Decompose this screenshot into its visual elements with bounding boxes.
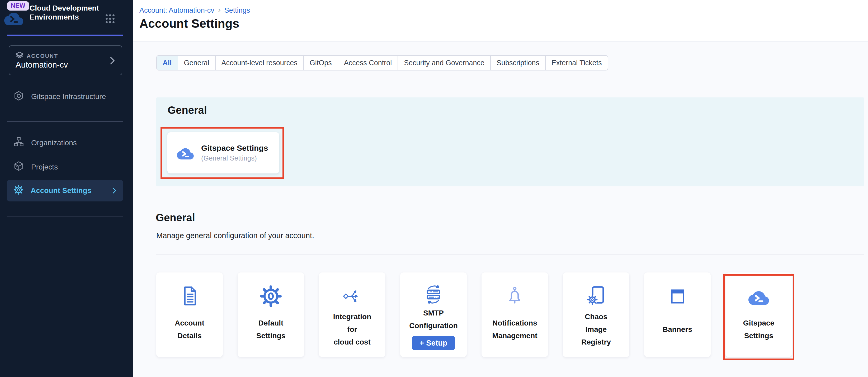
sidebar: NEW Cloud Development Environments (0, 0, 133, 377)
general-highlight-section: General Gitspace Settings (General Setti… (156, 97, 864, 186)
main-content: Account: Automation-cv › Settings Accoun… (133, 0, 868, 377)
tab-gitops[interactable]: GitOps (303, 56, 338, 70)
sidebar-accent-underline (7, 35, 123, 36)
general-section-heading: General (156, 212, 195, 224)
org-hierarchy-icon (13, 136, 24, 150)
sidebar-item-projects[interactable]: Projects (7, 156, 123, 178)
cloud-dev-environments-app: NEW Cloud Development Environments (0, 0, 868, 377)
banners-card[interactable]: Banners (644, 273, 711, 357)
tab-subscriptions[interactable]: Subscriptions (490, 56, 545, 70)
sidebar-item-label: Gitspace Infrastructure (31, 92, 106, 101)
account-details-card[interactable]: Account Details (156, 273, 223, 357)
breadcrumb-account-link[interactable]: Account: Automation-cv (140, 6, 214, 14)
feature-card-title: Gitspace Settings (201, 144, 268, 153)
card-label: Gitspace Settings (743, 317, 774, 342)
hexagon-node-icon (13, 90, 24, 103)
branch-arrows-icon (341, 283, 364, 309)
sidebar-divider (7, 216, 123, 217)
chevron-right-icon (112, 187, 117, 194)
card-label: Default Settings (256, 317, 285, 342)
account-name: Automation-cv (16, 60, 68, 70)
breadcrumb-settings-link[interactable]: Settings (224, 6, 250, 14)
tab-security-and-governance[interactable]: Security and Governance (398, 56, 490, 70)
tab-account-level-resources[interactable]: Account-level resources (215, 56, 303, 70)
sidebar-item-account-settings[interactable]: Account Settings (7, 180, 123, 201)
cloud-terminal-icon (177, 146, 194, 160)
gitspace-settings-feature-card[interactable]: Gitspace Settings (General Settings) (167, 132, 279, 174)
default-settings-card[interactable]: Default Settings (238, 273, 304, 357)
card-label: Integration for cloud cost (333, 311, 371, 348)
sidebar-item-label: Projects (31, 163, 58, 171)
feature-card-subtitle: (General Settings) (201, 154, 268, 162)
document-icon (178, 283, 201, 309)
settings-cards-row: Account Details Default Settings (156, 273, 792, 357)
integration-cloud-cost-card[interactable]: Integration for cloud cost (319, 273, 385, 357)
page-header: Account: Automation-cv › Settings Accoun… (133, 0, 868, 41)
card-label: Notifications Management (492, 317, 537, 342)
breadcrumb: Account: Automation-cv › Settings (140, 6, 250, 15)
settings-tabbar: All General Account-level resources GitO… (156, 55, 608, 70)
tab-external-tickets[interactable]: External Tickets (545, 56, 608, 70)
gear-icon (13, 185, 24, 197)
general-section-description: Manage general configuration of your acc… (156, 231, 314, 240)
layers-icon (16, 52, 24, 60)
sidebar-item-organizations[interactable]: Organizations (7, 132, 123, 154)
new-badge: NEW (7, 1, 29, 10)
account-selector[interactable]: ACCOUNT Automation-cv (9, 45, 122, 75)
mail-server-sync-icon (422, 283, 445, 307)
card-label: Chaos Image Registry (581, 311, 611, 348)
smtp-setup-button[interactable]: + Setup (412, 336, 455, 350)
chaos-image-registry-card[interactable]: Chaos Image Registry (563, 273, 629, 357)
chevron-separator-icon: › (218, 6, 221, 15)
cube-icon (13, 161, 24, 174)
gear-icon (259, 283, 283, 309)
image-registry-gear-icon (584, 283, 608, 309)
gitspace-settings-card[interactable]: Gitspace Settings (725, 273, 792, 357)
sidebar-item-gitspace-infrastructure[interactable]: Gitspace Infrastructure (7, 86, 123, 107)
product-title: Cloud Development Environments (30, 4, 101, 22)
notifications-management-card[interactable]: Notifications Management (482, 273, 548, 357)
account-scope-label: ACCOUNT (27, 53, 58, 59)
page-title: Account Settings (140, 17, 239, 31)
smtp-configuration-card[interactable]: SMTP Configuration + Setup (400, 273, 467, 357)
card-label: Account Details (175, 317, 204, 342)
sidebar-item-label: Account Settings (31, 186, 91, 195)
tab-access-control[interactable]: Access Control (338, 56, 398, 70)
card-label: SMTP Configuration (409, 307, 458, 332)
tab-all[interactable]: All (157, 56, 178, 70)
bell-icon (503, 283, 526, 309)
chevron-right-icon (110, 56, 115, 66)
band-section-heading: General (167, 104, 207, 116)
card-label: Banners (662, 323, 692, 336)
tab-general[interactable]: General (178, 56, 215, 70)
cloud-terminal-icon (748, 283, 769, 309)
sidebar-divider (7, 121, 123, 122)
section-divider (156, 254, 864, 255)
banner-window-icon (666, 283, 689, 309)
app-grid-icon[interactable] (105, 14, 115, 25)
sidebar-item-label: Organizations (31, 138, 77, 147)
cloud-terminal-logo-icon (4, 9, 23, 26)
